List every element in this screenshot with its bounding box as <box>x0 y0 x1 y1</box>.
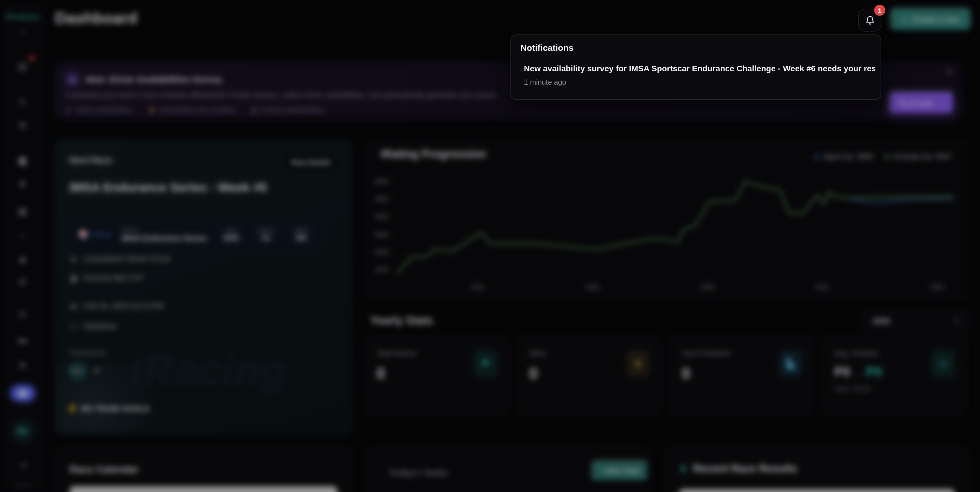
notification-item[interactable]: New availability survey for IMSA Sportsc… <box>524 64 875 73</box>
notifications-popup-title: Notifications <box>520 43 574 52</box>
notification-timestamp: 1 minute ago <box>524 78 566 86</box>
notifications-bell-button[interactable]: 1 <box>858 9 881 32</box>
notifications-popup: Notifications New availability survey fo… <box>511 35 881 100</box>
app-window: iPredictor › ▤◷⚒▆♛▦∩☻⚙◎▬⊕ MA ⇥ v1.7.0 Da… <box>0 0 980 492</box>
bell-icon <box>864 14 875 26</box>
notification-badge: 1 <box>874 5 885 16</box>
